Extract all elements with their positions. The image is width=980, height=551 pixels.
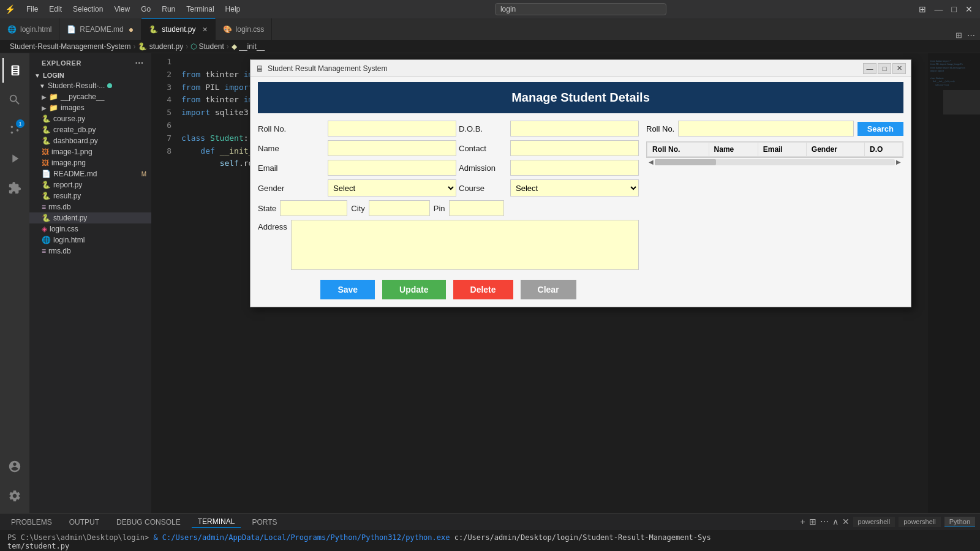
dialog-close-button[interactable]: ✕ <box>892 63 906 74</box>
split-editor-icon[interactable]: ⊞ <box>956 31 962 40</box>
sidebar-item-rmsdb[interactable]: ≡ rms.db <box>29 201 151 212</box>
sidebar-more-icon[interactable]: ⋯ <box>135 58 144 68</box>
sidebar-item-pycache[interactable]: ▶ 📁 __pycache__ <box>29 91 151 102</box>
account-icon[interactable] <box>2 454 27 479</box>
course-select[interactable]: Select B.Tech M.Tech BCA MCA <box>510 179 639 197</box>
breadcrumb-project[interactable]: Student-Result-Management-System <box>10 42 130 51</box>
dialog-maximize-button[interactable]: □ <box>878 63 891 74</box>
clear-button[interactable]: Clear <box>521 280 576 299</box>
activity-bar-bottom <box>2 454 27 513</box>
new-terminal-icon[interactable]: + <box>800 517 805 527</box>
update-button[interactable]: Update <box>382 280 445 299</box>
extensions-icon[interactable] <box>2 176 27 200</box>
sidebar-item-rmsdb2[interactable]: ≡ rms.db <box>29 246 151 257</box>
terminal-close-icon[interactable]: ✕ <box>842 517 850 527</box>
terminal-tab-terminal[interactable]: TERMINAL <box>192 516 241 528</box>
notification-badge: 1 <box>16 119 24 128</box>
run-debug-icon[interactable] <box>2 146 27 171</box>
scroll-right-icon[interactable]: ▶ <box>895 159 902 165</box>
name-label: Name <box>258 144 325 153</box>
sidebar-project-group[interactable]: ▼ Student-Result-... <box>29 80 151 91</box>
dialog-header-text: Manage Student Details <box>511 91 650 104</box>
sidebar-item-course[interactable]: 🐍 course.py <box>29 113 151 124</box>
breadcrumb-method[interactable]: ◆ __init__ <box>232 42 265 51</box>
sidebar-item-login-css[interactable]: ◈ login.css <box>29 223 151 234</box>
search-roll-input[interactable] <box>678 121 853 137</box>
terminal-instance-powershell1[interactable]: powershell <box>853 517 895 527</box>
terminal-tab-problems[interactable]: PROBLEMS <box>5 517 58 528</box>
dob-input[interactable] <box>510 121 639 137</box>
menu-bar: File Edit Selection View Go Run Terminal… <box>21 4 245 15</box>
db-file-icon: ≡ <box>42 247 46 255</box>
search-input[interactable] <box>495 3 666 15</box>
col-gender: Gender <box>806 143 864 157</box>
menu-view[interactable]: View <box>109 4 135 15</box>
table-scrollbar-h[interactable]: ◀ ▶ <box>646 157 903 166</box>
scrollbar-thumb[interactable] <box>655 159 716 165</box>
tab-close-icon[interactable]: ✕ <box>202 26 208 34</box>
terminal-tab-ports[interactable]: PORTS <box>246 517 283 528</box>
sidebar-item-readme[interactable]: 📄 README.md M <box>29 168 151 179</box>
breadcrumb-file[interactable]: 🐍 student.py <box>138 42 183 51</box>
sidebar-item-result[interactable]: 🐍 result.py <box>29 190 151 201</box>
minimize-button[interactable]: — <box>932 4 946 14</box>
admission-input[interactable] <box>510 160 639 176</box>
city-input[interactable] <box>369 200 430 216</box>
breadcrumb-class[interactable]: ⬡ Student <box>190 42 224 51</box>
sidebar-item-login-html[interactable]: 🌐 login.html <box>29 234 151 246</box>
tab-readme-md[interactable]: 📄 README.md ● <box>59 18 141 40</box>
menu-terminal[interactable]: Terminal <box>181 4 219 15</box>
close-button[interactable]: ✕ <box>963 4 975 14</box>
scroll-left-icon[interactable]: ◀ <box>647 159 655 165</box>
terminal-instance-python[interactable]: Python <box>944 517 975 527</box>
search-button[interactable]: Search <box>858 122 903 136</box>
split-terminal-icon[interactable]: ⊞ <box>809 517 816 527</box>
dialog-minimize-button[interactable]: — <box>863 63 876 74</box>
layout-icon[interactable]: ⊞ <box>916 4 929 14</box>
terminal-instance-powershell2[interactable]: powershell <box>899 517 941 527</box>
address-textarea[interactable] <box>291 220 639 270</box>
sidebar-item-image1[interactable]: 🖼 image-1.png <box>29 146 151 157</box>
maximize-button[interactable]: □ <box>949 4 959 14</box>
dialog-app-icon: 🖥 <box>255 64 264 73</box>
save-button[interactable]: Save <box>320 280 375 299</box>
menu-selection[interactable]: Selection <box>68 4 108 15</box>
menu-help[interactable]: Help <box>221 4 246 15</box>
name-input[interactable] <box>328 140 456 156</box>
city-label: City <box>351 204 364 213</box>
roll-no-input[interactable] <box>328 121 456 137</box>
tab-student-py[interactable]: 🐍 student.py ✕ <box>141 18 215 40</box>
gender-select[interactable]: Select Male Female Other <box>328 179 456 197</box>
delete-button[interactable]: Delete <box>453 280 513 299</box>
pin-input[interactable] <box>449 200 504 216</box>
scrollbar-track[interactable] <box>655 159 895 165</box>
sidebar-item-report[interactable]: 🐍 report.py <box>29 179 151 190</box>
state-input[interactable] <box>280 200 347 216</box>
sidebar-item-student[interactable]: 🐍 student.py <box>29 212 151 223</box>
terminal-minimize-icon[interactable]: ∧ <box>832 517 839 527</box>
sidebar-item-dashboard[interactable]: 🐍 dashboard.py <box>29 135 151 146</box>
terminal-tab-output[interactable]: OUTPUT <box>63 517 105 528</box>
sidebar-item-label: student.py <box>53 214 87 222</box>
tab-login-css[interactable]: 🎨 login.css <box>216 18 273 40</box>
email-input[interactable] <box>328 160 456 176</box>
sidebar-item-images[interactable]: ▶ 📁 images <box>29 102 151 113</box>
terminal-more-icon[interactable]: ⋯ <box>820 517 829 527</box>
menu-run[interactable]: Run <box>157 4 180 15</box>
sidebar-item-create-db[interactable]: 🐍 create_db.py <box>29 124 151 135</box>
contact-input[interactable] <box>510 140 639 156</box>
more-actions-icon[interactable]: ⋯ <box>967 31 975 40</box>
settings-icon[interactable] <box>2 484 27 508</box>
terminal-tab-debug[interactable]: DEBUG CONSOLE <box>110 517 187 528</box>
tab-login-html[interactable]: 🌐 login.html <box>0 18 59 40</box>
dialog-body: Manage Student Details Roll No. D.O.B. <box>251 77 911 307</box>
explorer-icon[interactable] <box>2 58 27 83</box>
source-control-icon[interactable]: 1 <box>2 117 27 141</box>
search-activity-icon[interactable] <box>2 88 27 112</box>
breadcrumb-sep-2: › <box>186 42 188 51</box>
menu-go[interactable]: Go <box>136 4 156 15</box>
sidebar-root-group[interactable]: ▼ LOGIN <box>29 70 151 80</box>
sidebar-item-image[interactable]: 🖼 image.png <box>29 157 151 168</box>
menu-edit[interactable]: Edit <box>44 4 67 15</box>
menu-file[interactable]: File <box>21 4 43 15</box>
